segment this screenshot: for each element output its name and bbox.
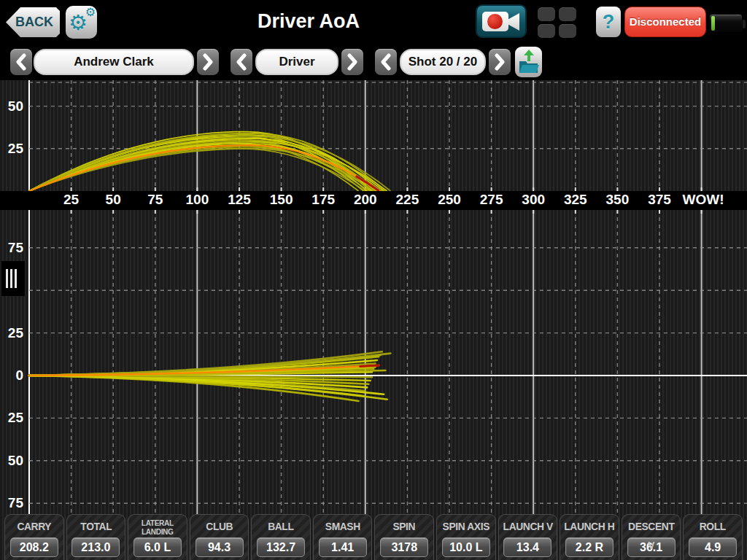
grid-square-icon xyxy=(538,24,555,38)
battery-charge-level xyxy=(711,16,715,31)
y-axis-label: 75 xyxy=(0,240,23,256)
chevron-left-icon xyxy=(14,53,28,71)
stat-label: CARRY xyxy=(7,517,61,536)
player-next-button[interactable] xyxy=(197,49,219,75)
x-axis-label: 275 xyxy=(480,192,503,208)
stat-label: CLUB xyxy=(193,517,246,536)
x-axis-label: 200 xyxy=(354,192,377,208)
top-bar: BACK ⚙ ⚙ Driver AoA ? Disconnected xyxy=(0,0,747,44)
player-selector[interactable]: Andrew Clark xyxy=(34,49,194,75)
stat-tile[interactable]: CARRY 208.2 xyxy=(4,514,64,560)
stat-value: 1.41 xyxy=(319,537,367,557)
x-axis-label: 325 xyxy=(564,192,587,208)
stat-label: ROLL xyxy=(686,517,740,536)
connection-status-button[interactable]: Disconnected xyxy=(624,7,706,37)
x-axis-label: 375 xyxy=(648,192,671,208)
grid-square-icon xyxy=(559,7,576,21)
shot-next-button[interactable] xyxy=(489,49,511,75)
x-axis-label: 175 xyxy=(311,192,335,208)
side-view-trajectory-chart[interactable]: 5025 xyxy=(0,80,747,191)
camera-lens-icon xyxy=(508,13,519,31)
settings-button[interactable]: ⚙ ⚙ xyxy=(66,6,97,39)
side-view-plot xyxy=(0,80,747,191)
stat-tile[interactable]: TOTAL 213.0 xyxy=(66,514,126,560)
chevron-left-icon xyxy=(234,53,249,71)
chevron-right-icon xyxy=(345,53,360,71)
chevron-right-icon xyxy=(201,53,215,71)
x-axis-label: 150 xyxy=(270,192,293,208)
chevron-left-icon xyxy=(379,53,393,71)
stat-tile[interactable]: SPIN AXIS 10.0 L xyxy=(436,514,496,560)
back-button[interactable]: BACK xyxy=(6,7,60,37)
chevron-right-icon xyxy=(492,53,507,71)
x-axis-end-label: WOW! xyxy=(683,192,724,208)
folder-upload-icon xyxy=(515,47,542,77)
stat-tile[interactable]: LATERAL LANDING 6.0 L xyxy=(128,514,187,560)
y-axis-label: 25 xyxy=(0,141,23,157)
top-view-plot xyxy=(0,210,747,514)
stat-label: LAUNCH V xyxy=(501,517,554,536)
grid-square-icon xyxy=(559,24,576,38)
y-axis-label: 75 xyxy=(0,495,23,511)
stat-label: SPIN xyxy=(378,517,431,536)
help-button[interactable]: ? xyxy=(596,7,621,37)
x-axis-label: 75 xyxy=(147,192,163,208)
stat-tile[interactable]: SMASH 1.41 xyxy=(313,514,373,560)
y-axis-label: 50 xyxy=(0,98,23,114)
grid-square-icon xyxy=(538,7,555,21)
y-axis-label: 50 xyxy=(0,453,23,469)
shot-stats-bar: CARRY 208.2 TOTAL 213.0 LATERAL LANDING … xyxy=(0,514,747,560)
top-view-dispersion-chart[interactable]: 7550250255075 xyxy=(0,210,747,514)
y-axis-label: 0 xyxy=(0,368,23,384)
distance-axis: 2550751001251501752002252502753003253503… xyxy=(0,191,747,210)
x-axis-label: 225 xyxy=(396,192,419,208)
selector-row: Andrew Clark Driver Shot 20 / 20 xyxy=(0,44,747,80)
shot-prev-button[interactable] xyxy=(375,49,397,75)
stat-value: 10.0 L xyxy=(442,537,490,557)
page-title: Driver AoA xyxy=(258,10,360,33)
stat-label: DESCENT V xyxy=(624,517,678,536)
stat-tile[interactable]: LAUNCH V 13.4 xyxy=(498,514,558,560)
stat-tile[interactable]: BALL 132.7 xyxy=(251,514,311,560)
x-axis-label: 25 xyxy=(63,192,79,208)
grid-view-button[interactable] xyxy=(538,7,576,37)
stat-value: 208.2 xyxy=(10,537,58,557)
stat-tile[interactable]: ROLL 4.9 xyxy=(683,514,743,560)
battery-icon xyxy=(709,14,743,33)
stat-tile[interactable]: CLUB 94.3 xyxy=(190,514,249,560)
y-axis-label: 25 xyxy=(0,325,23,341)
video-record-button[interactable] xyxy=(476,4,527,38)
stat-label: BALL xyxy=(254,517,307,536)
record-dot-icon xyxy=(487,14,503,29)
stat-value: 2.2 R xyxy=(565,537,614,557)
gear-small-icon: ⚙ xyxy=(85,7,96,18)
y-axis-label: 25 xyxy=(0,410,23,426)
stat-value: 6.0 L xyxy=(133,537,182,557)
stat-tile[interactable]: SPIN 3178 xyxy=(374,514,434,560)
x-axis-label: 350 xyxy=(606,192,630,208)
stat-tile[interactable]: DESCENT V 36.1 xyxy=(622,514,681,560)
stat-value: 4.9 xyxy=(689,537,737,557)
camera-body-icon xyxy=(482,12,508,31)
club-next-button[interactable] xyxy=(341,49,363,75)
stat-label: TOTAL xyxy=(69,517,123,536)
club-selector[interactable]: Driver xyxy=(255,49,338,75)
shot-selector[interactable]: Shot 20 / 20 xyxy=(400,49,486,75)
club-prev-button[interactable] xyxy=(231,49,252,75)
export-button[interactable] xyxy=(515,47,542,77)
stat-value: 13.4 xyxy=(503,537,551,557)
stat-label: SPIN AXIS xyxy=(439,517,492,536)
x-axis-label: 125 xyxy=(228,192,251,208)
x-axis-label: 100 xyxy=(186,192,209,208)
stat-value: 3178 xyxy=(380,537,428,557)
stat-label: LAUNCH H xyxy=(562,517,616,536)
player-prev-button[interactable] xyxy=(10,49,32,75)
stat-tile[interactable]: LAUNCH H 2.2 R xyxy=(560,514,619,560)
x-axis-label: 50 xyxy=(106,192,121,208)
x-axis-label: 250 xyxy=(438,192,461,208)
stat-label: SMASH xyxy=(316,517,369,536)
stat-value: 132.7 xyxy=(257,537,305,557)
x-axis-label: 300 xyxy=(522,192,545,208)
chart-divider-drag-handle[interactable] xyxy=(1,261,25,296)
stat-value: 213.0 xyxy=(71,537,120,557)
